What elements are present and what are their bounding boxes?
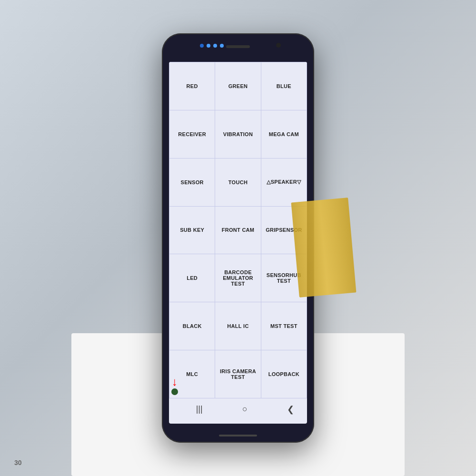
phone-device: REDGREENBLUERECEIVERVIBRATIONMEGA CAMSEN…	[162, 33, 314, 443]
phone-speaker	[226, 45, 250, 48]
cell-touch[interactable]: TOUCH	[215, 159, 261, 207]
cell-iris-camera-test[interactable]: IRIS CAMERA TEST	[215, 350, 261, 398]
cell-red[interactable]: RED	[169, 62, 215, 110]
front-camera	[276, 43, 281, 48]
arrow-indicator: ↓	[171, 376, 178, 395]
navigation-bar: ||| ○ ❮	[176, 398, 307, 420]
cell-loopback[interactable]: LOOPBACK	[261, 350, 307, 398]
cell-hall-ic[interactable]: HALL IC	[215, 302, 261, 350]
fingerprint-indicator	[171, 388, 178, 395]
cell-receiver[interactable]: RECEIVER	[169, 110, 215, 159]
cell-barcode-emulator[interactable]: BARCODE EMULATOR TEST	[215, 254, 261, 302]
red-arrow-icon: ↓	[172, 376, 178, 387]
cell-sub-key[interactable]: SUB KEY	[169, 207, 215, 255]
cell-green[interactable]: GREEN	[215, 62, 261, 110]
recents-button[interactable]: |||	[196, 404, 203, 414]
cell-mega-cam[interactable]: MEGA CAM	[261, 110, 307, 159]
ribbon-cable	[291, 198, 357, 298]
dot-3	[213, 44, 217, 48]
cell-speaker[interactable]: △SPEAKER▽	[261, 159, 307, 207]
test-menu-grid: REDGREENBLUERECEIVERVIBRATIONMEGA CAMSEN…	[169, 62, 307, 398]
home-button[interactable]: ○	[242, 404, 248, 414]
phone-indicator-dots	[200, 44, 224, 48]
cell-vibration[interactable]: VIBRATION	[215, 110, 261, 159]
home-indicator-bar	[219, 435, 257, 436]
cell-black[interactable]: BLACK	[169, 302, 215, 350]
phone-top-bar	[162, 33, 314, 62]
cell-blue[interactable]: BLUE	[261, 62, 307, 110]
dot-4	[220, 44, 224, 48]
dot-2	[207, 44, 210, 48]
dot-1	[200, 44, 204, 48]
page-number: 30	[14, 459, 22, 466]
cell-sensor[interactable]: SENSOR	[169, 159, 215, 207]
cell-led[interactable]: LED	[169, 254, 215, 302]
phone-screen: REDGREENBLUERECEIVERVIBRATIONMEGA CAMSEN…	[169, 62, 307, 424]
phone-bottom	[219, 428, 257, 443]
cell-front-cam[interactable]: FRONT CAM	[215, 207, 261, 255]
cell-mst-test[interactable]: MST TEST	[261, 302, 307, 350]
back-button[interactable]: ❮	[287, 404, 294, 415]
phone-wrapper: REDGREENBLUERECEIVERVIBRATIONMEGA CAMSEN…	[162, 33, 314, 443]
